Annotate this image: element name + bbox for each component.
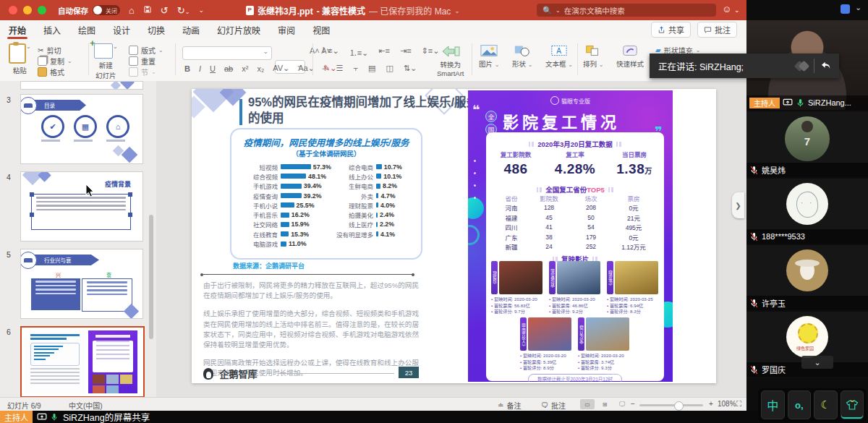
zoom-window-button[interactable] bbox=[38, 6, 46, 14]
share-button[interactable]: 共享 bbox=[651, 22, 691, 38]
arrange-button[interactable]: 排列 ⌄ bbox=[583, 44, 603, 69]
zoom-slider-knob[interactable] bbox=[674, 401, 684, 411]
tab-设计[interactable]: 设计 bbox=[104, 20, 139, 39]
increase-indent-button[interactable]: ⇥≡ bbox=[398, 46, 414, 58]
slide-thumbnail-partial[interactable] bbox=[20, 81, 143, 90]
ime-key-中[interactable]: 中 bbox=[761, 390, 785, 419]
layout-button[interactable]: 版式⌄ bbox=[129, 45, 163, 56]
picture-button[interactable]: 图片 ⌄ bbox=[479, 44, 499, 69]
sidebar-collapse-handle[interactable]: ❯ bbox=[732, 192, 744, 218]
subscript-button[interactable]: x₂ bbox=[255, 64, 266, 73]
search-input[interactable]: 🔍⌄ 在演示文稿中搜索 bbox=[537, 4, 716, 17]
align-text-button[interactable]: ⇅⌄ bbox=[401, 64, 419, 73]
align-center-button[interactable]: ☰ bbox=[334, 64, 346, 73]
zoom-out-button[interactable]: − bbox=[631, 400, 635, 408]
reply-arrow-icon[interactable] bbox=[820, 61, 832, 71]
zoom-slider[interactable] bbox=[639, 404, 703, 406]
ime-key-o,[interactable]: o, bbox=[788, 390, 812, 419]
feedback-smiley-icon[interactable]: ☺ ⌄ bbox=[722, 4, 739, 14]
participant-tile-姚昊炜[interactable]: 姚昊炜 bbox=[746, 111, 868, 177]
slide-thumbnail-5[interactable]: 行业兴与衰兴衰 bbox=[20, 249, 143, 319]
autosave-toggle[interactable]: 关闭 bbox=[93, 5, 120, 15]
slide-thumbnail-6[interactable] bbox=[20, 326, 145, 397]
chart-bar bbox=[376, 202, 378, 208]
minimize-window-button[interactable] bbox=[23, 6, 32, 14]
home-icon[interactable]: ⌂ bbox=[129, 6, 135, 15]
align-right-button[interactable]: ⫟ bbox=[351, 64, 360, 73]
tab-插入[interactable]: 插入 bbox=[35, 20, 69, 39]
paste-button[interactable]: ⌄ 粘贴 bbox=[9, 43, 31, 75]
chart-value: 15.3% bbox=[291, 231, 309, 238]
save-icon[interactable] bbox=[143, 5, 152, 15]
thumbnail-scrollbar[interactable] bbox=[149, 215, 153, 339]
shapes-button[interactable]: 形状 ⌄ bbox=[512, 44, 532, 69]
zoom-level[interactable]: 108% bbox=[718, 400, 736, 408]
columns-button[interactable]: ◫ bbox=[383, 64, 395, 73]
slide-position: 幻灯片 6/9 bbox=[7, 400, 41, 411]
tab-开始[interactable]: 开始 bbox=[0, 20, 35, 39]
statusbar-comments-button[interactable]: 🗨批注 bbox=[541, 400, 566, 411]
chart-label: 线上医疗 bbox=[333, 220, 373, 228]
zoom-in-button[interactable]: + bbox=[709, 400, 713, 408]
copy-button[interactable]: 复制⌄ bbox=[38, 56, 72, 67]
tab-绘图[interactable]: 绘图 bbox=[69, 20, 104, 39]
slideshow-view-button[interactable]: 🖵 bbox=[615, 399, 629, 409]
notes-button[interactable]: ≐备注 bbox=[498, 400, 521, 411]
tab-动画[interactable]: 动画 bbox=[174, 20, 208, 39]
normal-view-button[interactable]: ▭ bbox=[580, 399, 595, 409]
change-case-button[interactable]: Aa⌄ bbox=[296, 64, 317, 73]
smartart-button[interactable]: 转换为SmartArt bbox=[437, 45, 464, 77]
strikethrough-button[interactable]: ab bbox=[222, 64, 235, 73]
sidebar-chevron-icon[interactable]: ⌄ bbox=[855, 3, 861, 12]
bold-button[interactable]: B bbox=[182, 64, 192, 73]
film-info: 复映时间: 2020-03-20首轮票房: 46.86亿首轮评分: 9.2分 bbox=[549, 296, 601, 315]
align-left-button[interactable]: ⫞ bbox=[320, 64, 328, 73]
fit-slide-button[interactable]: ⛶ bbox=[736, 400, 741, 409]
justify-button[interactable]: ▤ bbox=[366, 64, 378, 73]
italic-button[interactable]: I bbox=[197, 64, 203, 73]
chart-label: 拍摄美化 bbox=[333, 210, 373, 219]
film-info: 复映时间: 2020-03-20首轮票房: 3.74亿首轮评分: 9.3分 bbox=[578, 353, 630, 372]
format-painter-button[interactable]: 格式 bbox=[38, 67, 72, 77]
new-slide-button[interactable]: ⌄ 新建幻灯片 bbox=[94, 43, 118, 80]
tab-切换[interactable]: 切换 bbox=[139, 20, 174, 39]
meeting-view-icon[interactable] bbox=[841, 4, 850, 14]
bullets-button[interactable]: ⠇≡⌄ bbox=[320, 46, 341, 58]
title-chevron-icon[interactable]: ⌄ bbox=[454, 7, 460, 14]
numbering-button[interactable]: ⒈≡⌄ bbox=[347, 46, 371, 58]
mini-chartbox bbox=[30, 343, 80, 366]
font-family-select[interactable] bbox=[182, 46, 272, 60]
text-line bbox=[35, 293, 76, 295]
slide-canvas[interactable]: 95%的网民在疫情期间增加了线上娱乐/服务的使用 疫情期间，网民使用增多的线上娱… bbox=[192, 89, 716, 383]
comments-button[interactable]: 批注 bbox=[697, 22, 737, 38]
slide-thumbnail-3[interactable]: 目录✔▦⌂ bbox=[20, 94, 143, 164]
decrease-indent-button[interactable]: ⇤≡ bbox=[376, 46, 392, 58]
slide-footer: 企鹅智库 23 bbox=[203, 367, 420, 381]
ime-panel: 中o,☾ bbox=[758, 388, 867, 422]
character-spacing-button[interactable]: AV⌄ bbox=[271, 64, 292, 73]
tab-视图[interactable]: 视图 bbox=[304, 20, 339, 39]
penguin-logo-icon bbox=[203, 368, 213, 380]
section-button[interactable]: 节⌄ bbox=[129, 67, 163, 77]
tab-审阅[interactable]: 审阅 bbox=[269, 20, 304, 39]
superscript-button[interactable]: x² bbox=[239, 64, 250, 73]
underline-button[interactable]: U bbox=[208, 64, 218, 73]
close-window-button[interactable] bbox=[9, 6, 17, 14]
slide-sorter-view-button[interactable]: ⊞ bbox=[597, 399, 612, 409]
ime-shirt-key[interactable] bbox=[841, 390, 864, 419]
textbox-button[interactable]: A 文本框 ⌄ bbox=[545, 44, 573, 69]
participant-tile-许亭玉[interactable]: 许亭玉 bbox=[746, 245, 868, 310]
mini-text bbox=[30, 383, 80, 384]
language-status[interactable]: 中文(中国) bbox=[69, 400, 103, 411]
ime-key-☾[interactable]: ☾ bbox=[814, 390, 838, 419]
cut-button[interactable]: ✂剪切 bbox=[38, 45, 72, 56]
participants-collapse-chevron[interactable]: ⌄ bbox=[801, 356, 833, 369]
reset-button[interactable]: 重置 bbox=[129, 56, 163, 67]
slide-thumbnail-4[interactable]: 疫情背景 bbox=[20, 171, 143, 242]
tab-幻灯片放映[interactable]: 幻灯片放映 bbox=[208, 20, 269, 39]
quick-styles-button[interactable]: 快速样式 bbox=[616, 44, 644, 69]
undo-icon[interactable]: ↺ bbox=[161, 6, 169, 15]
participant-tile-188****9533[interactable]: 188****9533 bbox=[746, 179, 868, 244]
redo-icon[interactable]: ↻⌄ bbox=[177, 6, 190, 15]
customize-toolbar-icon[interactable]: ⌄ bbox=[198, 7, 204, 14]
